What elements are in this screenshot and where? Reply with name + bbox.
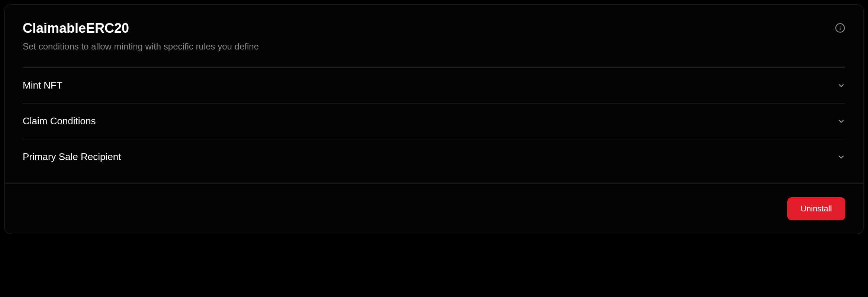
accordion-label: Primary Sale Recipient [23, 151, 121, 163]
accordion-item-mint-nft[interactable]: Mint NFT [23, 67, 845, 103]
uninstall-button[interactable]: Uninstall [787, 197, 845, 220]
accordion-label: Mint NFT [23, 80, 62, 91]
accordion-item-primary-sale-recipient[interactable]: Primary Sale Recipient [23, 139, 845, 175]
info-icon[interactable] [835, 23, 845, 33]
accordion-label: Claim Conditions [23, 115, 96, 127]
card-subtitle: Set conditions to allow minting with spe… [23, 40, 845, 53]
card-footer: Uninstall [5, 183, 863, 234]
chevron-down-icon [837, 153, 845, 161]
card-title: ClaimableERC20 [23, 20, 845, 37]
accordion-list: Mint NFT Claim Conditions Primary Sale R… [5, 67, 863, 175]
chevron-down-icon [837, 82, 845, 90]
module-card: ClaimableERC20 Set conditions to allow m… [4, 4, 864, 234]
card-header: ClaimableERC20 Set conditions to allow m… [5, 5, 863, 64]
accordion-item-claim-conditions[interactable]: Claim Conditions [23, 103, 845, 139]
chevron-down-icon [837, 117, 845, 125]
